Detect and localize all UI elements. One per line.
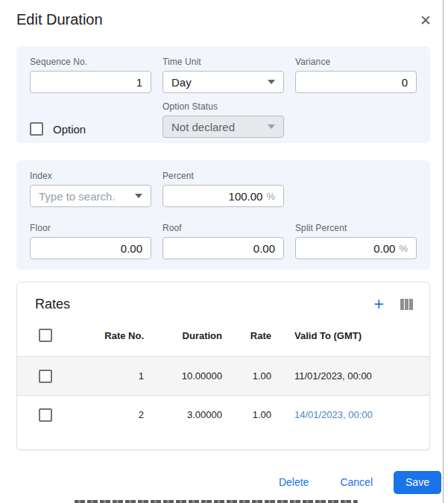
dialog-footer: Delete Cancel Save bbox=[268, 470, 441, 494]
split-percent-field: Split Percent 0.00 % bbox=[295, 223, 417, 259]
sequence-no-field: Sequence No. 1 bbox=[30, 57, 151, 93]
time-unit-field: Time Unit Day bbox=[163, 57, 284, 93]
row-checkbox[interactable] bbox=[39, 370, 52, 383]
cancel-button[interactable]: Cancel bbox=[329, 470, 383, 494]
sequence-no-label: Sequence No. bbox=[30, 57, 151, 67]
rates-title: Rates bbox=[35, 297, 70, 312]
table-row[interactable]: 2 3.00000 1.00 14/01/2023, 00:00 bbox=[17, 395, 429, 434]
col-rate: Rate bbox=[222, 330, 271, 341]
view-columns-icon[interactable] bbox=[400, 299, 413, 310]
cell-rate: 1.00 bbox=[222, 409, 271, 420]
percent-field: Percent 100.00 % bbox=[163, 171, 284, 207]
percent-label: Percent bbox=[163, 171, 284, 181]
index-placeholder: Type to search. bbox=[39, 190, 116, 203]
cell-duration: 10.00000 bbox=[144, 370, 222, 382]
sequence-no-input[interactable]: 1 bbox=[30, 71, 151, 93]
floor-label: Floor bbox=[30, 223, 151, 233]
option-status-label: Option Status bbox=[163, 101, 284, 112]
split-percent-value: 0.00 bbox=[373, 242, 395, 255]
split-percent-label: Split Percent bbox=[295, 223, 417, 233]
cell-rate-no: 2 bbox=[68, 409, 144, 420]
option-checkbox[interactable] bbox=[30, 122, 43, 136]
rates-card: Rates + Rate No. Duration Rate Valid To … bbox=[16, 282, 430, 450]
floor-field: Floor 0.00 bbox=[30, 223, 151, 259]
variance-label: Variance bbox=[295, 57, 417, 67]
rates-table-header: Rate No. Duration Rate Valid To (GMT) bbox=[17, 314, 429, 356]
cell-rate-no: 1 bbox=[68, 370, 144, 382]
select-all-checkbox[interactable] bbox=[39, 329, 52, 342]
roof-label: Roof bbox=[163, 223, 284, 233]
variance-value: 0 bbox=[402, 76, 408, 89]
split-percent-suffix: % bbox=[399, 243, 408, 254]
background-page-sliver bbox=[75, 500, 358, 503]
option-field: Option bbox=[30, 118, 151, 140]
rates-table: Rate No. Duration Rate Valid To (GMT) 1 … bbox=[17, 314, 429, 434]
col-valid-to: Valid To (GMT) bbox=[271, 330, 429, 341]
floor-value: 0.00 bbox=[121, 242, 142, 255]
cell-valid-to: 11/01/2023, 00:00 bbox=[271, 370, 429, 382]
index-select[interactable]: Type to search. bbox=[30, 185, 151, 207]
option-status-select: Not declared bbox=[163, 116, 284, 138]
roof-input[interactable]: 0.00 bbox=[163, 237, 284, 259]
time-unit-value: Day bbox=[171, 76, 192, 89]
percent-input[interactable]: 100.00 % bbox=[163, 185, 284, 207]
chevron-down-icon bbox=[268, 80, 275, 84]
percent-suffix: % bbox=[266, 191, 275, 202]
save-button[interactable]: Save bbox=[394, 471, 441, 494]
percent-value: 100.00 bbox=[229, 190, 263, 203]
chevron-down-icon bbox=[135, 194, 142, 198]
time-unit-label: Time Unit bbox=[163, 57, 284, 67]
index-field: Index Type to search. bbox=[30, 171, 151, 207]
col-rate-no: Rate No. bbox=[68, 330, 144, 341]
duration-section: Sequence No. 1 Time Unit Day Variance 0 bbox=[16, 46, 430, 143]
index-section: Index Type to search. Percent 100.00 % F… bbox=[16, 160, 430, 270]
option-status-field: Option Status Not declared bbox=[163, 101, 284, 140]
table-row[interactable]: 1 10.00000 1.00 11/01/2023, 00:00 bbox=[17, 356, 429, 395]
close-icon[interactable]: ✕ bbox=[417, 12, 434, 28]
page-edge-divider bbox=[443, 0, 444, 503]
option-status-value: Not declared bbox=[171, 121, 235, 133]
split-percent-input[interactable]: 0.00 % bbox=[295, 237, 417, 259]
roof-value: 0.00 bbox=[253, 242, 275, 255]
option-label: Option bbox=[53, 123, 86, 136]
time-unit-select[interactable]: Day bbox=[163, 71, 284, 93]
cell-rate: 1.00 bbox=[222, 370, 271, 382]
chevron-down-icon bbox=[268, 124, 275, 129]
cell-valid-to-link[interactable]: 14/01/2023, 00:00 bbox=[271, 409, 429, 420]
add-rate-icon[interactable]: + bbox=[374, 296, 384, 313]
variance-field: Variance 0 bbox=[295, 57, 417, 93]
cell-duration: 3.00000 bbox=[144, 409, 222, 420]
dialog-title: Edit Duration bbox=[16, 11, 103, 28]
sequence-no-value: 1 bbox=[136, 76, 142, 89]
floor-input[interactable]: 0.00 bbox=[30, 237, 151, 259]
index-label: Index bbox=[30, 171, 151, 181]
roof-field: Roof 0.00 bbox=[163, 223, 284, 259]
row-checkbox[interactable] bbox=[39, 408, 52, 422]
edit-duration-dialog: Edit Duration ✕ Sequence No. 1 Time Unit… bbox=[0, 0, 448, 503]
variance-input[interactable]: 0 bbox=[295, 71, 417, 93]
col-duration: Duration bbox=[144, 330, 222, 341]
delete-button[interactable]: Delete bbox=[268, 470, 319, 494]
